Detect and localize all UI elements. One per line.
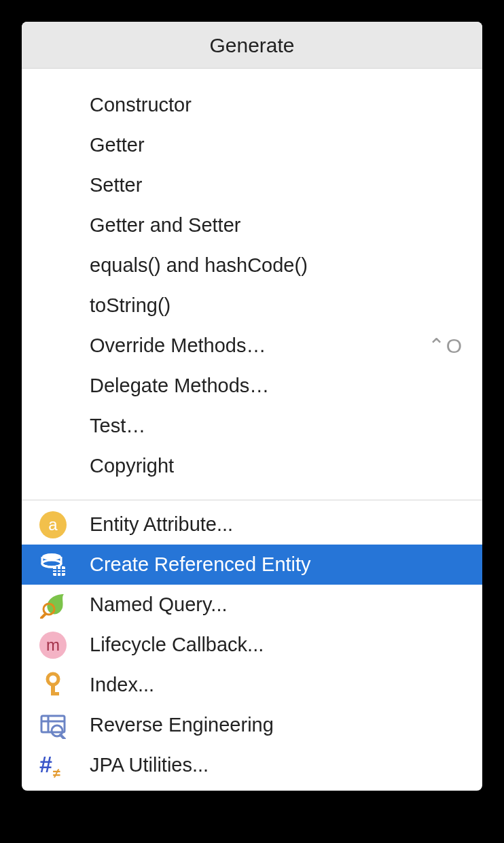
database-icon	[37, 549, 69, 581]
menu-item-label: Constructor	[90, 94, 463, 116]
svg-point-9	[48, 674, 58, 685]
menu-item-label: Copyright	[90, 455, 463, 477]
menu-item-label: Getter	[90, 134, 463, 156]
key-icon	[37, 669, 69, 702]
popup-title: Generate	[22, 22, 482, 69]
menu-item-label: equals() and hashCode()	[90, 254, 463, 277]
method-icon: m	[37, 629, 69, 661]
menu-item-label: Override Methods…	[90, 334, 428, 357]
menu-item-delegate-methods[interactable]: Delegate Methods…	[22, 366, 482, 406]
menu-item-label: Delegate Methods…	[90, 375, 463, 397]
svg-line-8	[41, 615, 45, 618]
menu-item-label: JPA Utilities...	[90, 754, 463, 776]
menu-item-reverse-engineering[interactable]: Reverse Engineering	[22, 705, 482, 745]
leaf-search-icon	[37, 589, 69, 621]
svg-point-1	[42, 560, 61, 567]
reverse-engineering-icon	[37, 709, 69, 742]
menu-item-getter-setter[interactable]: Getter and Setter	[22, 205, 482, 245]
menu-item-label: toString()	[90, 294, 463, 317]
menu-item-constructor[interactable]: Constructor	[22, 85, 482, 125]
menu-item-copyright[interactable]: Copyright	[22, 446, 482, 486]
menu-item-label: Named Query...	[90, 593, 463, 616]
svg-text:#: #	[39, 752, 52, 777]
menu-item-label: Test…	[90, 415, 463, 437]
svg-line-16	[60, 735, 65, 739]
menu-item-setter[interactable]: Setter	[22, 165, 482, 205]
menu-item-override-methods[interactable]: Override Methods… ⌃O	[22, 326, 482, 366]
generate-jpa-section: a Entity Attribute... Create Referenced …	[22, 504, 482, 791]
generate-popup: Generate Constructor Getter Setter Gette…	[22, 22, 482, 791]
menu-item-named-query[interactable]: Named Query...	[22, 585, 482, 625]
menu-item-label: Setter	[90, 174, 463, 196]
menu-item-getter[interactable]: Getter	[22, 125, 482, 165]
svg-rect-11	[51, 692, 59, 695]
svg-text:≠: ≠	[53, 765, 60, 779]
attribute-icon: a	[37, 509, 69, 541]
hash-notequal-icon: # ≠	[37, 749, 69, 782]
svg-rect-12	[41, 716, 65, 732]
section-divider	[22, 500, 482, 500]
menu-item-shortcut: ⌃O	[428, 334, 463, 358]
generate-basic-section: Constructor Getter Setter Getter and Set…	[22, 69, 482, 500]
menu-item-label: Create Referenced Entity	[90, 553, 463, 576]
menu-item-label: Index...	[90, 674, 463, 696]
menu-item-jpa-utilities[interactable]: # ≠ JPA Utilities...	[22, 745, 482, 785]
menu-item-tostring[interactable]: toString()	[22, 286, 482, 326]
menu-item-label: Lifecycle Callback...	[90, 634, 463, 656]
menu-item-index[interactable]: Index...	[22, 665, 482, 705]
menu-item-label: Getter and Setter	[90, 214, 463, 237]
menu-item-create-referenced-entity[interactable]: Create Referenced Entity	[22, 545, 482, 585]
menu-item-label: Reverse Engineering	[90, 714, 463, 736]
svg-rect-2	[53, 566, 65, 576]
menu-item-entity-attribute[interactable]: a Entity Attribute...	[22, 504, 482, 545]
menu-item-lifecycle-callback[interactable]: m Lifecycle Callback...	[22, 625, 482, 665]
menu-item-equals-hashcode[interactable]: equals() and hashCode()	[22, 245, 482, 286]
menu-item-label: Entity Attribute...	[90, 513, 463, 536]
menu-item-test[interactable]: Test…	[22, 406, 482, 446]
